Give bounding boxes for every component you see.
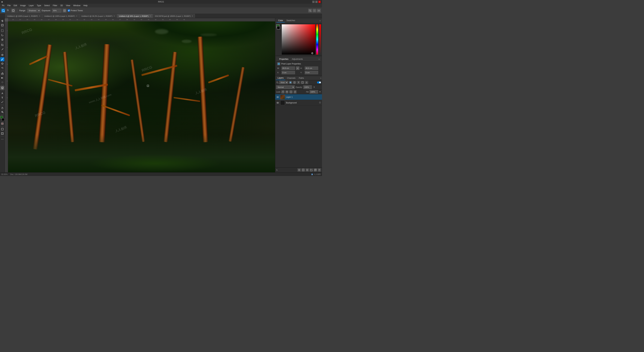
tool-gradient[interactable] <box>0 76 4 80</box>
layer-item-background[interactable]: Background <box>275 100 322 106</box>
menu-image[interactable]: Image <box>19 4 27 7</box>
search-icon[interactable] <box>308 9 312 13</box>
fill-dropdown-icon[interactable]: ▼ <box>319 91 321 93</box>
x-input[interactable] <box>282 71 295 74</box>
layer1-visibility-eye[interactable] <box>276 96 279 99</box>
tool-dodge[interactable] <box>0 86 4 90</box>
filter-smart-btn[interactable] <box>305 81 308 84</box>
tab-channels[interactable]: Channels <box>285 76 297 80</box>
add-adjustment-btn[interactable] <box>306 168 309 172</box>
close-button[interactable]: ✕ <box>318 1 321 3</box>
tool-move[interactable] <box>0 19 4 23</box>
tool-clone[interactable] <box>0 62 4 66</box>
background-visibility-eye[interactable] <box>276 101 279 104</box>
tool-frame[interactable] <box>0 131 4 135</box>
tab-close-2[interactable]: ✕ <box>76 15 77 17</box>
filter-adjust-btn[interactable] <box>293 81 296 84</box>
tool-heal[interactable] <box>0 53 4 57</box>
tool-artboard[interactable] <box>0 23 4 27</box>
opacity-input[interactable] <box>304 85 312 89</box>
menu-select[interactable]: Select <box>43 4 51 7</box>
new-layer-btn[interactable] <box>314 168 317 172</box>
tool-blur[interactable] <box>0 80 4 84</box>
tool-eyedropper[interactable] <box>0 47 4 51</box>
tab-color[interactable]: Color <box>276 19 285 23</box>
menu-view[interactable]: View <box>64 4 72 7</box>
menu-type[interactable]: Type <box>36 4 42 7</box>
tool-hand[interactable] <box>0 106 4 110</box>
width-input[interactable] <box>282 67 295 70</box>
tab-dsc[interactable]: DSC3976f.psd @ 1850% (Layer 1, RGB/8*) ✕ <box>153 14 195 18</box>
tab-close-3[interactable]: ✕ <box>114 15 115 17</box>
exposure-input[interactable] <box>52 9 62 13</box>
layer-filter-toggle[interactable] <box>317 81 321 83</box>
tab-untitled3[interactable]: Untitled-3 @ 36,3% (Layer 1, RGB/8*) ✕ <box>80 14 117 18</box>
tab-layers[interactable]: Layers <box>276 76 285 80</box>
lock-transparent-btn[interactable] <box>281 90 284 94</box>
tab-close-5[interactable]: ✕ <box>192 15 193 17</box>
hue-slider[interactable] <box>316 24 318 55</box>
tool-text[interactable]: T <box>0 96 4 100</box>
tab-untitled4[interactable]: Untitled-4 @ 94% (Layer 1, RGB/8*) ✕ <box>117 14 153 18</box>
protect-tones-checkbox[interactable] <box>68 10 70 12</box>
tab-paths[interactable]: Paths <box>297 76 306 80</box>
layers-panel-menu[interactable]: ≡ <box>320 77 321 79</box>
color-swatch-widget[interactable] <box>0 116 4 121</box>
tool-path-select[interactable] <box>0 100 4 104</box>
menu-help[interactable]: Help <box>82 4 89 7</box>
opacity-dropdown-icon[interactable]: ▼ <box>313 86 315 88</box>
tab-properties[interactable]: Properties <box>278 57 290 61</box>
tab-untitled2[interactable]: Untitled-2 @ 100% (Layer 1, RGB/8*) ✕ <box>42 14 79 18</box>
layer-item-layer1[interactable]: Layer 1 <box>275 94 322 100</box>
menu-edit[interactable]: Edit <box>12 4 18 7</box>
delete-layer-btn[interactable] <box>318 168 321 172</box>
filter-shape-btn[interactable] <box>301 81 304 84</box>
kind-filter-select[interactable]: Kind <box>279 81 288 84</box>
tab-close-4[interactable]: ✕ <box>150 15 151 17</box>
tool-crop[interactable] <box>0 43 4 47</box>
tool-preset-btn[interactable] <box>6 9 10 13</box>
tool-pen[interactable] <box>0 91 4 95</box>
add-mask-btn[interactable] <box>302 168 305 172</box>
bg-color-box[interactable] <box>277 26 280 29</box>
color-spectrum[interactable] <box>282 24 315 55</box>
menu-3d[interactable]: 3D <box>59 4 64 7</box>
tab-untitled1[interactable]: Untitled-1 @ 100% (Layer 1, RGB/8*) ✕ <box>5 14 42 18</box>
alpha-slider[interactable] <box>319 24 321 55</box>
lock-artboard-btn[interactable] <box>289 90 293 94</box>
tool-history-brush[interactable] <box>0 66 4 70</box>
menu-filter[interactable]: Filter <box>52 4 59 7</box>
tool-magic-wand[interactable] <box>0 38 4 42</box>
properties-panel-menu[interactable]: ≡ <box>319 58 320 60</box>
add-group-btn[interactable] <box>310 168 313 172</box>
lock-all-btn[interactable] <box>293 90 297 94</box>
tab-swatches[interactable]: Swatches <box>285 19 297 23</box>
height-input[interactable] <box>305 67 318 70</box>
menu-file[interactable]: File <box>6 4 12 7</box>
tool-extra[interactable]: ⋯ <box>0 137 4 141</box>
bg-color-swatch[interactable] <box>2 118 4 121</box>
blend-mode-select[interactable]: Normal Multiply Screen Overlay Soft Ligh… <box>276 85 295 89</box>
extract-icon[interactable]: ▭ <box>317 9 321 13</box>
canvas-area[interactable]: 22 23 24 25 26 27 28 29 30 31 32 33 34 3… <box>5 18 275 172</box>
dodge-tool-icon[interactable] <box>1 9 5 13</box>
link-wh-btn[interactable]: ∞ <box>296 67 299 70</box>
y-input[interactable] <box>305 71 318 74</box>
protect-tones-label[interactable]: Protect Tones <box>68 10 83 12</box>
tool-lasso[interactable] <box>0 33 4 37</box>
panel-menu-icon[interactable]: ≡ <box>320 20 321 22</box>
menu-ps[interactable]: Ps <box>1 4 6 7</box>
tab-close-1[interactable]: ✕ <box>39 15 40 17</box>
menu-window[interactable]: Window <box>72 4 82 7</box>
tool-zoom[interactable] <box>0 110 4 114</box>
range-select[interactable]: Shadows Midtones Highlights <box>27 9 40 13</box>
add-layer-style-btn[interactable] <box>298 168 301 172</box>
brush-size-icon[interactable] <box>12 9 15 13</box>
tab-adjustments[interactable]: Adjustments <box>290 57 304 61</box>
arrange-icon[interactable]: □ <box>312 9 316 13</box>
filter-pixel-btn[interactable] <box>289 81 292 84</box>
tool-screen-mode[interactable] <box>0 127 4 131</box>
filter-type-btn[interactable]: T <box>297 81 300 84</box>
tool-quick-mask[interactable] <box>0 122 4 126</box>
minimize-button[interactable]: – <box>312 1 314 3</box>
